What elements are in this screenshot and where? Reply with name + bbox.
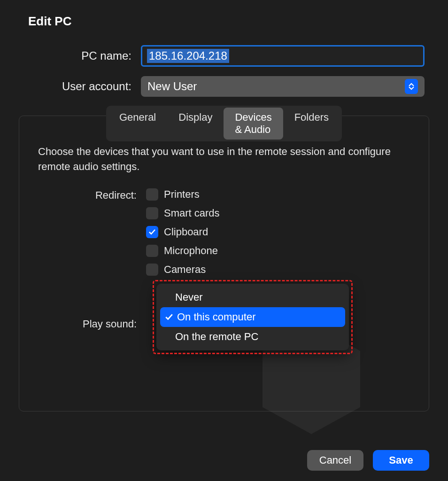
pc-name-row: PC name: 185.16.204.218: [19, 45, 429, 67]
redirect-cameras-label: Cameras: [164, 264, 206, 276]
checkbox-icon[interactable]: [146, 188, 158, 201]
user-account-label: User account:: [23, 80, 141, 93]
checkbox-checked-icon[interactable]: [146, 226, 158, 238]
play-sound-option-on-this-computer[interactable]: On this computer: [160, 307, 345, 327]
dialog-title: Edit PC: [28, 14, 429, 29]
settings-panel: General Display Devices & Audio Folders …: [19, 116, 429, 411]
redirect-clipboard[interactable]: Clipboard: [146, 226, 220, 238]
redirect-printers-label: Printers: [164, 188, 200, 201]
redirect-printers[interactable]: Printers: [146, 188, 220, 201]
tab-general[interactable]: General: [108, 108, 167, 140]
user-account-row: User account: New User: [19, 76, 429, 97]
checkbox-icon[interactable]: [146, 207, 158, 219]
updown-arrows-icon: [405, 79, 418, 94]
redirect-smart-cards-label: Smart cards: [164, 207, 220, 219]
redirect-clipboard-label: Clipboard: [164, 226, 208, 238]
checkmark-icon: [163, 313, 175, 321]
tabs: General Display Devices & Audio Folders: [106, 106, 342, 141]
redirect-label: Redirect:: [38, 188, 146, 276]
cancel-button[interactable]: Cancel: [307, 450, 363, 471]
redirect-smart-cards[interactable]: Smart cards: [146, 207, 220, 219]
tab-folders[interactable]: Folders: [283, 108, 340, 140]
user-account-select[interactable]: New User: [141, 76, 425, 97]
checkbox-icon[interactable]: [146, 245, 158, 257]
dialog-footer: Cancel Save: [307, 450, 429, 471]
redirect-microphone-label: Microphone: [164, 245, 218, 257]
play-sound-label: Play sound:: [38, 302, 146, 330]
tab-display[interactable]: Display: [167, 108, 224, 140]
play-sound-option-never[interactable]: Never: [156, 287, 349, 307]
checkbox-icon[interactable]: [146, 264, 158, 276]
pc-name-input[interactable]: 185.16.204.218: [141, 45, 425, 67]
redirect-row: Redirect: Printers Smart cards: [33, 188, 415, 276]
user-account-value: New User: [147, 80, 197, 93]
play-sound-row: Play sound: Never On this computer On th…: [33, 302, 415, 330]
redirect-cameras[interactable]: Cameras: [146, 264, 220, 276]
play-sound-option-on-remote[interactable]: On the remote PC: [156, 327, 349, 347]
redirect-microphone[interactable]: Microphone: [146, 245, 220, 257]
tab-devices-audio[interactable]: Devices & Audio: [224, 108, 283, 140]
edit-pc-dialog: Edit PC PC name: 185.16.204.218 User acc…: [0, 0, 448, 481]
helper-text: Choose the devices that you want to use …: [33, 144, 415, 174]
pc-name-label: PC name:: [23, 49, 141, 62]
save-button[interactable]: Save: [373, 450, 429, 471]
play-sound-dropdown[interactable]: Never On this computer On the remote PC: [156, 284, 349, 350]
pc-name-value: 185.16.204.218: [147, 49, 229, 63]
redirect-list: Printers Smart cards Clipboard: [146, 188, 220, 276]
